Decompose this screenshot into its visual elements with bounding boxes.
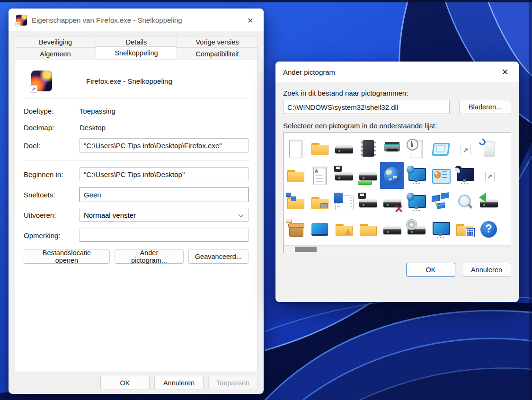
drive-restore-icon <box>479 193 499 213</box>
icon-cell-folder-apps[interactable] <box>452 216 477 243</box>
beginnen-in-input[interactable] <box>80 167 248 181</box>
icon-cell-chip[interactable] <box>356 135 380 162</box>
doelmap-label: Doelmap: <box>24 124 80 132</box>
icon-cell-share-arrow[interactable] <box>452 135 477 162</box>
tab-algemeen[interactable]: Algemeen <box>15 48 96 60</box>
folder-icon <box>286 166 306 186</box>
settings-window-icon <box>334 193 354 213</box>
change-icon-dialog: Ander pictogram × Zoek in dit bestand na… <box>275 62 519 302</box>
drive-icon <box>334 139 354 159</box>
drive-floppy-icon <box>334 166 354 186</box>
tab-snelkoppeling[interactable]: Snelkoppeling <box>96 46 177 59</box>
icon-cell-folder-network[interactable] <box>284 189 308 216</box>
monitor-moon-icon <box>455 166 475 186</box>
icon-cell-monitor[interactable] <box>428 216 452 243</box>
icon-cell-drive-floppy[interactable] <box>356 189 380 216</box>
properties-titlebar[interactable]: ↗ Eigenschappen van Firefox.exe - Snelko… <box>9 9 264 31</box>
ok-button[interactable]: OK <box>100 376 150 390</box>
monitor-icon <box>431 220 451 240</box>
shortcut-arrow-icon: ↗ <box>30 85 37 93</box>
sneltoets-label: Sneltoets: <box>24 191 80 199</box>
folder-apps-icon <box>455 220 475 240</box>
icon-cell-printer[interactable] <box>380 135 404 162</box>
frames-window-icon <box>431 139 451 159</box>
icon-cell-document[interactable] <box>284 135 308 162</box>
icon-cell-monitor-globe[interactable] <box>404 162 428 189</box>
icon-cell-drive-restore[interactable] <box>477 189 501 216</box>
icon-cell-monitor-moon[interactable] <box>452 162 477 189</box>
uitvoeren-select[interactable]: Normaal venster <box>80 208 248 222</box>
icon-path-input[interactable] <box>283 100 450 114</box>
icon-cell-folder[interactable] <box>308 135 332 162</box>
printer-icon <box>382 139 402 159</box>
firefox-shortcut-icon: ↗ <box>16 15 27 26</box>
icon-cell-monitor-globe[interactable] <box>404 189 428 216</box>
chevron-down-icon <box>239 213 243 217</box>
opmerking-input[interactable] <box>80 229 248 242</box>
icon-grid <box>284 133 511 243</box>
icon-cell-shortcut-arrow[interactable] <box>477 162 501 189</box>
drive-icon <box>382 220 402 240</box>
icon-cell-recycle-bin[interactable] <box>477 135 501 162</box>
recycle-bin-icon <box>479 139 499 159</box>
document-clock-icon <box>407 139 426 159</box>
browse-button[interactable]: Bladeren... <box>459 100 511 114</box>
icon-cell-drive[interactable] <box>380 216 404 243</box>
icon-cell-search[interactable] <box>452 189 477 216</box>
icon-cell-box[interactable] <box>284 216 308 243</box>
cancel-button[interactable]: Annuleren <box>154 376 204 390</box>
divider <box>24 160 248 160</box>
icon-cell-drive-floppy[interactable] <box>332 162 356 189</box>
icon-cell-folder[interactable] <box>356 216 380 243</box>
doel-input[interactable] <box>80 138 248 152</box>
chip-icon <box>358 139 378 159</box>
sneltoets-input[interactable] <box>80 187 248 202</box>
folder-network-icon <box>286 193 306 213</box>
icon-cell-network-nodes[interactable] <box>428 189 452 216</box>
icon-cell-help[interactable] <box>477 216 501 243</box>
change-icon-titlebar[interactable]: Ander pictogram × <box>275 62 519 82</box>
tab-beveiliging[interactable]: Beveiliging <box>15 36 96 48</box>
icon-ok-button[interactable]: OK <box>406 263 455 277</box>
icon-cell-folder-warning[interactable] <box>332 216 356 243</box>
icon-cell-drive-green[interactable] <box>356 162 380 189</box>
icon-cell-folder-print[interactable] <box>308 189 332 216</box>
icon-cell-control-panel[interactable] <box>428 162 452 189</box>
drive-green-icon <box>358 166 378 186</box>
properties-title: Eigenschappen van Firefox.exe - Snelkopp… <box>32 16 245 24</box>
apply-button[interactable]: Toepassen <box>208 376 257 390</box>
tab-compatibiliteit[interactable]: Compatibiliteit <box>177 48 258 60</box>
tab-strip: Beveiliging Details Vorige versies Algem… <box>9 31 264 60</box>
close-icon[interactable]: × <box>245 14 256 26</box>
network-nodes-icon <box>431 193 451 213</box>
icon-cell-settings-window[interactable] <box>332 189 356 216</box>
icon-cell-globe[interactable] <box>380 162 404 189</box>
uitvoeren-value: Normaal venster <box>84 211 136 219</box>
select-icon-label: Selecteer een pictogram in de onderstaan… <box>283 122 511 130</box>
change-icon-title: Ander pictogram <box>283 68 499 76</box>
help-icon <box>479 220 499 240</box>
tab-vorige-versies[interactable]: Vorige versies <box>177 36 258 48</box>
monitor-globe-icon <box>407 166 426 186</box>
open-file-location-button[interactable]: Bestandslocatie openen <box>24 249 110 264</box>
horizontal-scrollbar[interactable] <box>284 245 511 253</box>
close-icon[interactable]: × <box>499 65 511 79</box>
uitvoeren-label: Uitvoeren: <box>24 211 80 219</box>
icon-cell-drive-x[interactable] <box>380 189 404 216</box>
document-text-icon <box>310 166 330 186</box>
icon-cell-drive[interactable] <box>332 135 356 162</box>
icon-cell-desktop-screen[interactable] <box>308 216 332 243</box>
icon-cell-drive-cd[interactable] <box>404 216 428 243</box>
icon-cancel-button[interactable]: Annuleren <box>462 263 511 277</box>
scrollbar-thumb[interactable] <box>295 247 317 252</box>
icon-cell-document-text[interactable] <box>308 162 332 189</box>
drive-x-icon <box>382 193 402 213</box>
icon-cell-frames-window[interactable] <box>428 135 452 162</box>
globe-icon <box>382 166 402 186</box>
change-icon-button[interactable]: Ander pictogram... <box>115 249 184 264</box>
advanced-button[interactable]: Geavanceerd... <box>188 249 248 264</box>
firefox-shortcut-icon-large: ↗ <box>31 71 52 91</box>
icon-cell-document-clock[interactable] <box>404 135 428 162</box>
doeltype-value: Toepassing <box>80 107 115 115</box>
icon-cell-folder[interactable] <box>284 162 308 189</box>
